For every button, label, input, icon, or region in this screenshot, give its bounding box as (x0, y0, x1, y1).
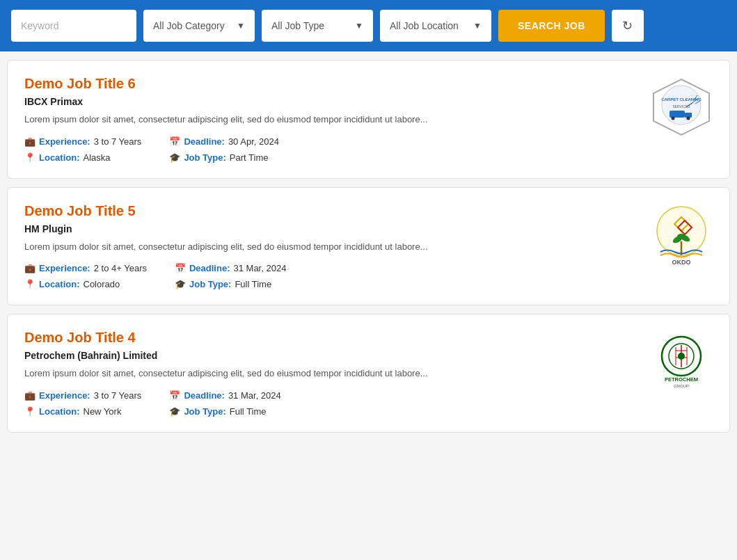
job-logo-4: PETROCHEM GROUP (650, 330, 713, 392)
job-card-6: Demo Job Title 6 IBCX Primax Lorem ipsum… (7, 60, 730, 179)
location-icon-6: 📍 (24, 152, 35, 163)
deadline-value-5: 31 Mar, 2024 (233, 263, 286, 273)
location-value-6: Alaska (84, 152, 111, 163)
jobtype-value-5: Full Time (235, 279, 271, 289)
job-title-4[interactable]: Demo Job Title 4 (24, 330, 639, 346)
job-card-left-4: Demo Job Title 4 Petrochem (Bahrain) Lim… (24, 330, 639, 417)
job-card-5: Demo Job Title 5 HM Plugin Lorem ipsum d… (7, 187, 730, 306)
jobtype-label-4: Job Type: (184, 406, 225, 417)
job-desc-5: Lorem ipsum dolor sit amet, consectetur … (24, 240, 639, 254)
location-item-6: 📍 Location: Alaska (24, 152, 141, 163)
job-meta-5: 💼 Experience: 2 to 4+ Years 📍 Location: … (24, 263, 639, 289)
left-meta-4: 💼 Experience: 3 to 7 Years 📍 Location: N… (24, 390, 141, 417)
deadline-value-4: 31 Mar, 2024 (228, 390, 281, 401)
right-meta-4: 📅 Deadline: 31 Mar, 2024 🎓 Job Type: Ful… (169, 390, 280, 417)
location-item-5: 📍 Location: Colorado (24, 279, 147, 289)
search-bar: All Job Category ▼ All Job Type ▼ All Jo… (0, 0, 737, 51)
refresh-button[interactable]: ↻ (612, 10, 644, 42)
calendar-icon-6: 📅 (169, 136, 180, 147)
deadline-label-4: Deadline: (184, 390, 225, 401)
experience-item-5: 💼 Experience: 2 to 4+ Years (24, 263, 147, 273)
jobs-list: Demo Job Title 6 IBCX Primax Lorem ipsum… (0, 51, 737, 441)
right-meta-6: 📅 Deadline: 30 Apr, 2024 🎓 Job Type: Par… (169, 136, 279, 163)
location-dropdown-arrow: ▼ (473, 21, 482, 31)
job-desc-4: Lorem ipsum dolor sit amet, consectetur … (24, 367, 639, 381)
svg-point-6 (672, 117, 675, 120)
svg-text:GROUP: GROUP (674, 384, 689, 388)
refresh-icon: ↻ (622, 18, 633, 33)
svg-rect-4 (669, 111, 685, 118)
job-title-5[interactable]: Demo Job Title 5 (24, 203, 639, 219)
calendar-icon-4: 📅 (169, 390, 180, 401)
category-dropdown[interactable]: All Job Category ▼ (143, 10, 255, 42)
experience-value-5: 2 to 4+ Years (94, 263, 147, 273)
location-label-4: Location: (39, 406, 80, 417)
job-desc-6: Lorem ipsum dolor sit amet, consectetur … (24, 113, 639, 127)
jobtype-label-6: Job Type: (184, 152, 225, 163)
location-value-5: Colorado (84, 279, 120, 289)
experience-label-6: Experience: (39, 136, 90, 147)
job-meta-6: 💼 Experience: 3 to 7 Years 📍 Location: A… (24, 136, 639, 163)
briefcase-icon-4: 💼 (24, 390, 35, 401)
left-meta-6: 💼 Experience: 3 to 7 Years 📍 Location: A… (24, 136, 141, 163)
deadline-item-5: 📅 Deadline: 31 Mar, 2024 (175, 263, 286, 273)
experience-item-4: 💼 Experience: 3 to 7 Years (24, 390, 141, 401)
cap-icon-4: 🎓 (169, 406, 180, 417)
svg-point-18 (677, 234, 686, 239)
location-icon-5: 📍 (24, 279, 35, 289)
deadline-item-4: 📅 Deadline: 31 Mar, 2024 (169, 390, 280, 401)
experience-value-4: 3 to 7 Years (94, 390, 142, 401)
location-value-4: New York (84, 406, 122, 417)
location-item-4: 📍 Location: New York (24, 406, 141, 417)
jobtype-item-5: 🎓 Job Type: Full Time (175, 279, 286, 289)
location-icon-4: 📍 (24, 406, 35, 417)
briefcase-icon-5: 💼 (24, 263, 35, 273)
type-dropdown-arrow: ▼ (355, 21, 363, 31)
jobtype-item-6: 🎓 Job Type: Part Time (169, 152, 279, 163)
experience-label-4: Experience: (39, 390, 90, 401)
search-button[interactable]: SEARCH JOB (498, 10, 605, 42)
jobtype-label-5: Job Type: (189, 279, 231, 289)
location-dropdown[interactable]: All Job Location ▼ (380, 10, 491, 42)
left-meta-5: 💼 Experience: 2 to 4+ Years 📍 Location: … (24, 263, 147, 289)
job-logo-5: OKDO (650, 203, 713, 266)
job-card-left-5: Demo Job Title 5 HM Plugin Lorem ipsum d… (24, 203, 639, 290)
deadline-item-6: 📅 Deadline: 30 Apr, 2024 (169, 136, 279, 147)
keyword-input[interactable] (11, 10, 136, 42)
jobtype-value-4: Full Time (230, 406, 267, 417)
company-name-4: Petrochem (Bahrain) Limited (24, 350, 639, 361)
svg-point-27 (678, 353, 685, 360)
experience-value-6: 3 to 7 Years (94, 136, 142, 147)
deadline-label-6: Deadline: (184, 136, 225, 147)
right-meta-5: 📅 Deadline: 31 Mar, 2024 🎓 Job Type: Ful… (175, 263, 286, 289)
job-logo-6: CARPET CLEANING SERVICES (650, 76, 713, 138)
job-card-4: Demo Job Title 4 Petrochem (Bahrain) Lim… (7, 314, 730, 433)
svg-point-7 (687, 117, 690, 120)
jobtype-value-6: Part Time (230, 152, 269, 163)
cap-icon-6: 🎓 (169, 152, 180, 163)
svg-text:OKDO: OKDO (672, 259, 691, 266)
category-dropdown-arrow: ▼ (237, 21, 245, 31)
location-label-5: Location: (39, 279, 80, 289)
job-title-6[interactable]: Demo Job Title 6 (24, 76, 639, 92)
company-name-6: IBCX Primax (24, 96, 639, 107)
svg-text:PETROCHEM: PETROCHEM (665, 376, 698, 383)
experience-item-6: 💼 Experience: 3 to 7 Years (24, 136, 141, 147)
cap-icon-5: 🎓 (175, 279, 186, 289)
location-label-6: Location: (39, 152, 80, 163)
company-name-5: HM Plugin (24, 223, 639, 234)
jobtype-item-4: 🎓 Job Type: Full Time (169, 406, 280, 417)
briefcase-icon-6: 💼 (24, 136, 35, 147)
deadline-label-5: Deadline: (189, 263, 230, 273)
type-dropdown[interactable]: All Job Type ▼ (262, 10, 373, 42)
job-meta-4: 💼 Experience: 3 to 7 Years 📍 Location: N… (24, 390, 639, 417)
job-card-left-6: Demo Job Title 6 IBCX Primax Lorem ipsum… (24, 76, 639, 163)
deadline-value-6: 30 Apr, 2024 (228, 136, 279, 147)
experience-label-5: Experience: (39, 263, 90, 273)
calendar-icon-5: 📅 (175, 263, 186, 273)
